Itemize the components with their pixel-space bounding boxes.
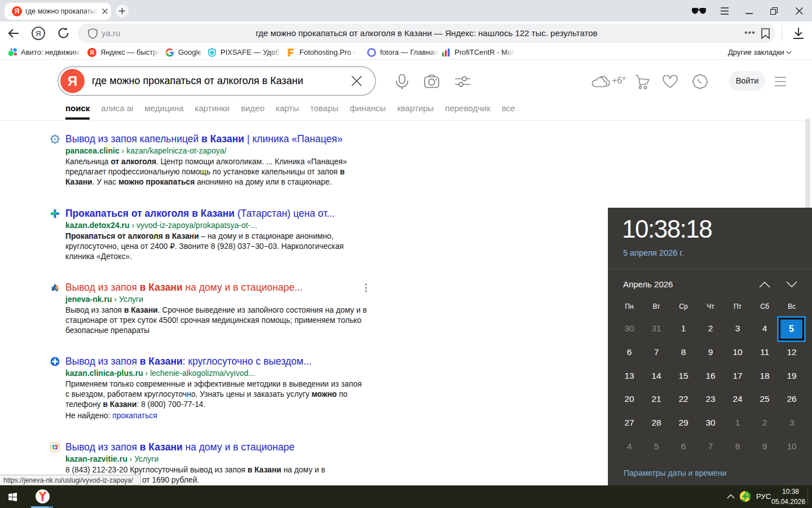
svg-text:Я: Я — [90, 50, 94, 56]
svg-text:Я: Я — [36, 29, 41, 38]
